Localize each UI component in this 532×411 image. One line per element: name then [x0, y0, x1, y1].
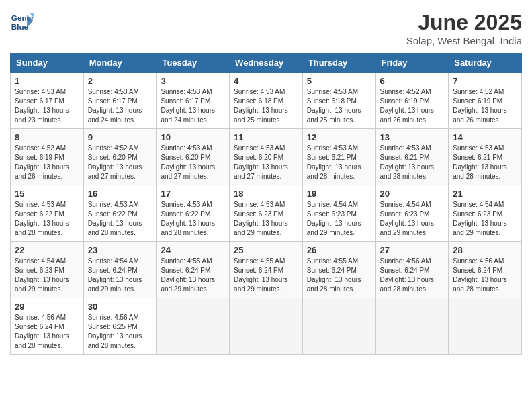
cell-content: Sunrise: 4:53 AM Sunset: 6:18 PM Dayligh…	[307, 87, 371, 125]
day-number: 30	[88, 302, 152, 312]
cell-content: Sunrise: 4:53 AM Sunset: 6:21 PM Dayligh…	[380, 144, 445, 181]
calendar-cell: 27 Sunrise: 4:56 AM Sunset: 6:24 PM Dayl…	[375, 242, 449, 298]
cell-content: Sunrise: 4:53 AM Sunset: 6:22 PM Dayligh…	[15, 200, 79, 238]
calendar-cell: 6 Sunrise: 4:52 AM Sunset: 6:19 PM Dayli…	[375, 73, 449, 129]
day-number: 10	[161, 132, 225, 142]
cell-content: Sunrise: 4:52 AM Sunset: 6:19 PM Dayligh…	[380, 87, 445, 125]
calendar-cell: 23 Sunrise: 4:54 AM Sunset: 6:24 PM Dayl…	[83, 242, 157, 298]
week-row-5: 29 Sunrise: 4:56 AM Sunset: 6:24 PM Dayl…	[11, 298, 522, 355]
day-number: 28	[453, 245, 517, 255]
day-number: 24	[161, 245, 225, 255]
cell-content: Sunrise: 4:53 AM Sunset: 6:22 PM Dayligh…	[88, 200, 152, 238]
calendar-cell: 25 Sunrise: 4:55 AM Sunset: 6:24 PM Dayl…	[230, 242, 303, 298]
day-number: 17	[161, 189, 225, 199]
cell-content: Sunrise: 4:55 AM Sunset: 6:24 PM Dayligh…	[234, 257, 298, 294]
day-number: 21	[453, 189, 517, 199]
cell-content: Sunrise: 4:53 AM Sunset: 6:21 PM Dayligh…	[307, 144, 371, 181]
week-row-2: 8 Sunrise: 4:52 AM Sunset: 6:19 PM Dayli…	[11, 129, 522, 185]
day-number: 1	[15, 76, 79, 86]
day-number: 4	[234, 76, 298, 86]
cell-content: Sunrise: 4:53 AM Sunset: 6:23 PM Dayligh…	[234, 200, 298, 238]
day-number: 3	[161, 76, 225, 86]
cell-content: Sunrise: 4:53 AM Sunset: 6:17 PM Dayligh…	[88, 87, 152, 125]
calendar-cell: 21 Sunrise: 4:54 AM Sunset: 6:23 PM Dayl…	[449, 185, 522, 242]
cell-content: Sunrise: 4:56 AM Sunset: 6:25 PM Dayligh…	[88, 313, 152, 351]
calendar-cell: 17 Sunrise: 4:53 AM Sunset: 6:22 PM Dayl…	[157, 185, 230, 242]
day-number: 8	[15, 132, 79, 142]
calendar-cell: 9 Sunrise: 4:52 AM Sunset: 6:20 PM Dayli…	[83, 129, 157, 185]
col-saturday: Saturday	[449, 54, 522, 73]
col-tuesday: Tuesday	[157, 54, 230, 73]
cell-content: Sunrise: 4:54 AM Sunset: 6:23 PM Dayligh…	[453, 200, 517, 238]
calendar-cell: 24 Sunrise: 4:55 AM Sunset: 6:24 PM Dayl…	[157, 242, 230, 298]
week-row-4: 22 Sunrise: 4:54 AM Sunset: 6:23 PM Dayl…	[11, 242, 522, 298]
calendar-table: Sunday Monday Tuesday Wednesday Thursday…	[10, 53, 522, 355]
logo: General Blue	[10, 10, 34, 34]
cell-content: Sunrise: 4:53 AM Sunset: 6:17 PM Dayligh…	[161, 87, 225, 125]
calendar-cell: 1 Sunrise: 4:53 AM Sunset: 6:17 PM Dayli…	[11, 73, 84, 129]
day-number: 11	[234, 132, 298, 142]
day-number: 29	[15, 302, 79, 312]
svg-text:Blue: Blue	[11, 22, 29, 31]
calendar-cell: 18 Sunrise: 4:53 AM Sunset: 6:23 PM Dayl…	[230, 185, 303, 242]
day-number: 20	[380, 189, 445, 199]
cell-content: Sunrise: 4:53 AM Sunset: 6:18 PM Dayligh…	[234, 87, 298, 125]
cell-content: Sunrise: 4:56 AM Sunset: 6:24 PM Dayligh…	[15, 313, 79, 351]
col-wednesday: Wednesday	[230, 54, 303, 73]
calendar-cell: 19 Sunrise: 4:54 AM Sunset: 6:23 PM Dayl…	[302, 185, 375, 242]
cell-content: Sunrise: 4:55 AM Sunset: 6:24 PM Dayligh…	[307, 257, 371, 294]
col-friday: Friday	[375, 54, 449, 73]
cell-content: Sunrise: 4:54 AM Sunset: 6:23 PM Dayligh…	[307, 200, 371, 238]
day-number: 12	[307, 132, 371, 142]
day-number: 15	[15, 189, 79, 199]
cell-content: Sunrise: 4:54 AM Sunset: 6:23 PM Dayligh…	[380, 200, 445, 238]
month-title: June 2025	[406, 10, 522, 35]
cell-content: Sunrise: 4:52 AM Sunset: 6:19 PM Dayligh…	[453, 87, 517, 125]
page-header: General Blue June 2025 Solap, West Benga…	[10, 10, 522, 46]
calendar-cell: 22 Sunrise: 4:54 AM Sunset: 6:23 PM Dayl…	[11, 242, 84, 298]
location: Solap, West Bengal, India	[406, 35, 522, 46]
calendar-cell: 28 Sunrise: 4:56 AM Sunset: 6:24 PM Dayl…	[449, 242, 522, 298]
cell-content: Sunrise: 4:53 AM Sunset: 6:20 PM Dayligh…	[234, 144, 298, 181]
day-number: 6	[380, 76, 445, 86]
calendar-cell: 11 Sunrise: 4:53 AM Sunset: 6:20 PM Dayl…	[230, 129, 303, 185]
day-number: 26	[307, 245, 371, 255]
cell-content: Sunrise: 4:53 AM Sunset: 6:20 PM Dayligh…	[161, 144, 225, 181]
day-number: 23	[88, 245, 152, 255]
calendar-cell: 5 Sunrise: 4:53 AM Sunset: 6:18 PM Dayli…	[302, 73, 375, 129]
calendar-cell	[449, 298, 522, 355]
day-number: 27	[380, 245, 445, 255]
calendar-cell	[230, 298, 303, 355]
cell-content: Sunrise: 4:53 AM Sunset: 6:21 PM Dayligh…	[453, 144, 517, 181]
calendar-cell: 14 Sunrise: 4:53 AM Sunset: 6:21 PM Dayl…	[449, 129, 522, 185]
calendar-cell: 29 Sunrise: 4:56 AM Sunset: 6:24 PM Dayl…	[11, 298, 84, 355]
calendar-cell: 4 Sunrise: 4:53 AM Sunset: 6:18 PM Dayli…	[230, 73, 303, 129]
logo-icon: General Blue	[10, 10, 34, 34]
day-number: 22	[15, 245, 79, 255]
day-number: 9	[88, 132, 152, 142]
day-number: 5	[307, 76, 371, 86]
col-thursday: Thursday	[302, 54, 375, 73]
cell-content: Sunrise: 4:53 AM Sunset: 6:22 PM Dayligh…	[161, 200, 225, 238]
cell-content: Sunrise: 4:52 AM Sunset: 6:19 PM Dayligh…	[15, 144, 79, 181]
day-number: 7	[453, 76, 517, 86]
day-number: 14	[453, 132, 517, 142]
cell-content: Sunrise: 4:53 AM Sunset: 6:17 PM Dayligh…	[15, 87, 79, 125]
cell-content: Sunrise: 4:55 AM Sunset: 6:24 PM Dayligh…	[161, 257, 225, 294]
col-sunday: Sunday	[11, 54, 84, 73]
cell-content: Sunrise: 4:56 AM Sunset: 6:24 PM Dayligh…	[380, 257, 445, 294]
week-row-3: 15 Sunrise: 4:53 AM Sunset: 6:22 PM Dayl…	[11, 185, 522, 242]
day-number: 2	[88, 76, 152, 86]
calendar-cell	[375, 298, 449, 355]
calendar-cell	[302, 298, 375, 355]
calendar-cell	[157, 298, 230, 355]
calendar-cell: 8 Sunrise: 4:52 AM Sunset: 6:19 PM Dayli…	[11, 129, 84, 185]
day-number: 19	[307, 189, 371, 199]
cell-content: Sunrise: 4:54 AM Sunset: 6:23 PM Dayligh…	[15, 257, 79, 294]
calendar-cell: 3 Sunrise: 4:53 AM Sunset: 6:17 PM Dayli…	[157, 73, 230, 129]
cell-content: Sunrise: 4:56 AM Sunset: 6:24 PM Dayligh…	[453, 257, 517, 294]
day-number: 18	[234, 189, 298, 199]
week-row-1: 1 Sunrise: 4:53 AM Sunset: 6:17 PM Dayli…	[11, 73, 522, 129]
calendar-cell: 2 Sunrise: 4:53 AM Sunset: 6:17 PM Dayli…	[83, 73, 157, 129]
day-number: 13	[380, 132, 445, 142]
